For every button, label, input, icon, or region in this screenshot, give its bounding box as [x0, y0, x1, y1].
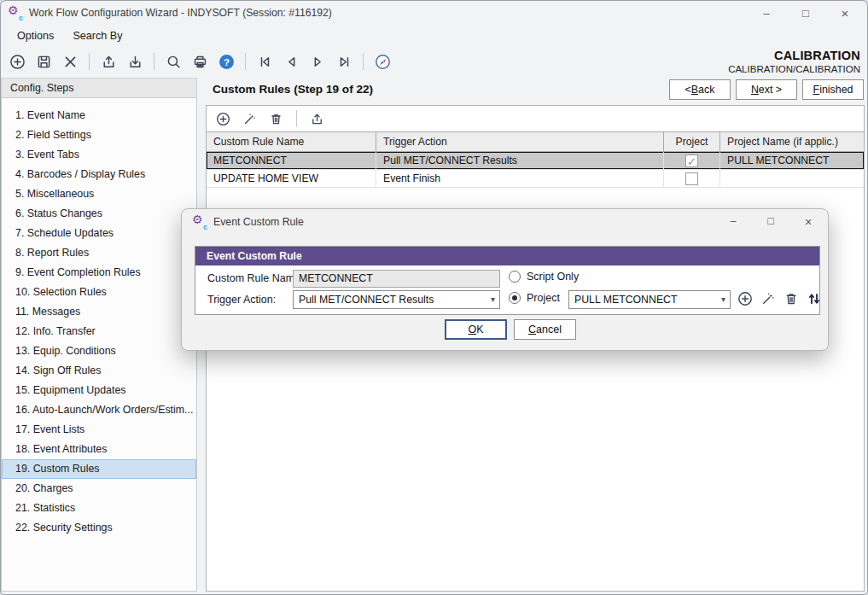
- sidebar-item-equipment-updates[interactable]: 15. Equipment Updates: [2, 381, 196, 400]
- sidebar-item-auto-launch[interactable]: 16. Auto-Launch/Work Orders/Estim...: [2, 400, 196, 420]
- next-button[interactable]: Next >: [736, 79, 797, 100]
- dialog-buttons: OK Cancel: [445, 319, 576, 340]
- sidebar-item-equip-conditions[interactable]: 13. Equip. Conditions: [2, 341, 196, 361]
- add-icon[interactable]: [737, 290, 753, 306]
- table-header: Custom Rule Name Trigger Action Project …: [207, 131, 864, 152]
- close-icon[interactable]: ×: [838, 6, 852, 20]
- event-custom-rule-dialog: ⚙c Event Custom Rule – □ × Event Custom …: [181, 208, 829, 351]
- title-bar: ⚙c Work Flow Configuration Wizard - INDY…: [1, 1, 867, 25]
- app-gear-icon: ⚙c: [8, 6, 22, 20]
- custom-rule-name-label: Custom Rule Name:: [207, 272, 304, 284]
- maximize-icon[interactable]: □: [799, 7, 813, 20]
- sidebar-item-messages[interactable]: 11. Messages: [2, 302, 196, 322]
- sidebar-item-charges[interactable]: 20. Charges: [2, 479, 196, 499]
- column-header-project[interactable]: Project: [664, 132, 720, 151]
- table-row[interactable]: UPDATE HOME VIEW Event Finish: [207, 170, 864, 188]
- config-steps-list: 1. Event Name 2. Field Settings 3. Event…: [1, 97, 197, 592]
- import-icon[interactable]: [125, 52, 144, 71]
- sidebar-item-statistics[interactable]: 21. Statistics: [2, 499, 196, 518]
- cell-trigger-action: Pull MET/CONNECT Results: [376, 152, 664, 169]
- sidebar-item-selection-rules[interactable]: 10. Selection Rules: [2, 283, 196, 302]
- minimize-icon[interactable]: –: [760, 7, 773, 20]
- cell-custom-rule-name: UPDATE HOME VIEW: [207, 170, 376, 187]
- column-header-custom-rule-name[interactable]: Custom Rule Name: [207, 132, 376, 151]
- first-record-icon[interactable]: [255, 52, 274, 71]
- toolbar-separator: [296, 110, 297, 127]
- app-gear-icon: ⚙c: [192, 215, 207, 230]
- dialog-title-bar: ⚙c Event Custom Rule – □ ×: [182, 209, 828, 235]
- sidebar-item-barcodes-display-rules[interactable]: 4. Barcodes / Display Rules: [2, 165, 196, 184]
- add-icon[interactable]: [215, 111, 231, 127]
- project-checkbox[interactable]: [685, 155, 698, 167]
- edit-wand-icon[interactable]: [242, 111, 258, 127]
- sidebar-item-event-lists[interactable]: 17. Event Lists: [2, 420, 196, 440]
- close-icon[interactable]: ×: [802, 215, 814, 229]
- context-subtitle: CALIBRATION/CALIBRATION: [728, 64, 860, 74]
- table-row[interactable]: METCONNECT Pull MET/CONNECT Results PULL…: [207, 152, 864, 170]
- menu-search-by[interactable]: Search By: [65, 26, 130, 45]
- wizard-nav: < Back Next > Finished: [669, 79, 864, 100]
- menu-options[interactable]: Options: [9, 26, 61, 45]
- add-icon[interactable]: [8, 52, 26, 71]
- radio-icon: [509, 271, 521, 283]
- project-name-select[interactable]: PULL METCONNECT ▾: [568, 290, 731, 309]
- delete-icon[interactable]: [268, 111, 284, 127]
- custom-rule-name-input[interactable]: METCONNECT: [293, 270, 500, 288]
- cell-project-name: [720, 170, 864, 187]
- minimize-icon[interactable]: –: [727, 215, 739, 229]
- trigger-action-select[interactable]: Pull MET/CONNECT Results ▾: [293, 290, 500, 309]
- context-header: CALIBRATION CALIBRATION/CALIBRATION: [728, 49, 860, 74]
- cell-project: [664, 152, 720, 169]
- column-header-project-name[interactable]: Project Name (if applic.): [720, 132, 864, 151]
- project-actions: [737, 290, 822, 306]
- finished-button[interactable]: Finished: [802, 79, 864, 100]
- project-checkbox[interactable]: [685, 172, 698, 185]
- main-toolbar: ?: [1, 47, 624, 76]
- sidebar-item-status-changes[interactable]: 6. Status Changes: [2, 204, 196, 224]
- reorder-up-down-icon[interactable]: [806, 290, 822, 306]
- sidebar-item-security-settings[interactable]: 22. Security Settings: [2, 518, 196, 538]
- sidebar-item-report-rules[interactable]: 8. Report Rules: [2, 243, 196, 263]
- sidebar: Config. Steps 1. Event Name 2. Field Set…: [1, 78, 197, 592]
- sidebar-item-sign-off-rules[interactable]: 14. Sign Off Rules: [2, 361, 196, 381]
- ok-button[interactable]: OK: [445, 319, 507, 340]
- next-record-icon[interactable]: [308, 52, 327, 71]
- window-title: Work Flow Configuration Wizard - INDYSOF…: [29, 7, 332, 19]
- last-record-icon[interactable]: [335, 52, 353, 71]
- project-label: Project: [527, 292, 560, 304]
- sidebar-item-event-attributes[interactable]: 18. Event Attributes: [2, 440, 196, 459]
- group-header: Event Custom Rule: [195, 247, 819, 265]
- sidebar-title: Config. Steps: [1, 78, 197, 97]
- toolbar-separator: [89, 53, 90, 70]
- sidebar-item-miscellaneous[interactable]: 5. Miscellaneous: [2, 184, 196, 204]
- delete-icon[interactable]: [61, 52, 79, 71]
- save-icon[interactable]: [34, 52, 53, 71]
- cancel-button[interactable]: Cancel: [514, 319, 576, 340]
- maximize-icon[interactable]: □: [765, 215, 777, 229]
- sidebar-item-event-tabs[interactable]: 3. Event Tabs: [2, 145, 196, 165]
- previous-record-icon[interactable]: [282, 52, 300, 71]
- svg-text:?: ?: [223, 55, 229, 67]
- compass-icon[interactable]: [373, 52, 392, 71]
- help-icon[interactable]: ?: [217, 52, 236, 71]
- edit-wand-icon[interactable]: [760, 290, 776, 306]
- sidebar-item-field-settings[interactable]: 2. Field Settings: [2, 125, 196, 145]
- column-header-trigger-action[interactable]: Trigger Action: [376, 132, 664, 151]
- script-only-radio[interactable]: Script Only: [509, 271, 579, 283]
- back-button[interactable]: < Back: [669, 79, 731, 100]
- grid-toolbar: [207, 106, 864, 131]
- sidebar-item-custom-rules[interactable]: 19. Custom Rules: [2, 459, 196, 479]
- project-radio[interactable]: Project: [509, 292, 560, 304]
- sidebar-item-event-name[interactable]: 1. Event Name: [2, 106, 196, 125]
- print-icon[interactable]: [190, 52, 209, 71]
- sidebar-item-event-completion-rules[interactable]: 9. Event Completion Rules: [2, 263, 196, 283]
- export-icon[interactable]: [309, 111, 325, 127]
- cell-project: [664, 170, 720, 187]
- sidebar-item-info-transfer[interactable]: 12. Info. Transfer: [2, 322, 196, 341]
- search-icon[interactable]: [164, 52, 183, 71]
- sidebar-item-schedule-updates[interactable]: 7. Schedule Updates: [2, 224, 196, 243]
- export-icon[interactable]: [99, 52, 118, 71]
- toolbar-separator: [245, 53, 246, 70]
- delete-icon[interactable]: [783, 290, 799, 306]
- toolbar-separator: [154, 53, 154, 70]
